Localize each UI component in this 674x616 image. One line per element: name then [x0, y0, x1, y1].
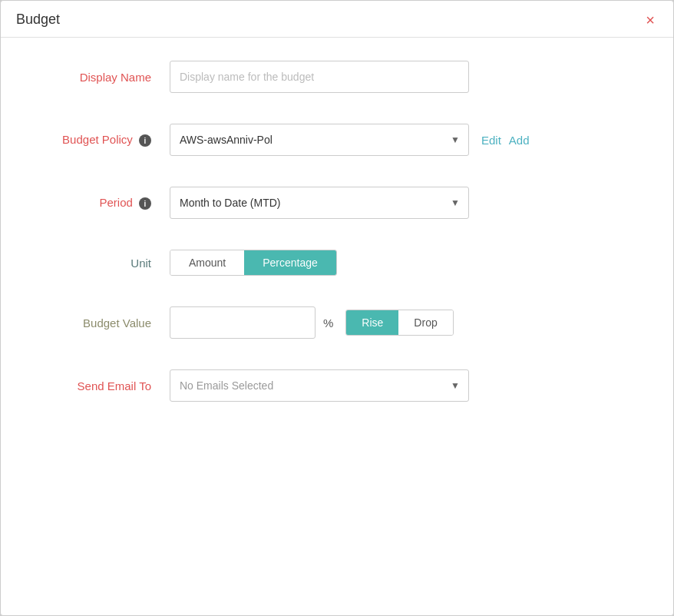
unit-label: Unit: [47, 257, 170, 270]
unit-toggle: Amount Percentage: [170, 250, 337, 276]
unit-row: Unit Amount Percentage: [47, 250, 627, 276]
budget-value-label: Budget Value: [47, 316, 170, 330]
edit-add-links: Edit Add: [481, 134, 530, 147]
period-select[interactable]: Month to Date (MTD): [170, 187, 469, 219]
period-row: Period i Month to Date (MTD) ▼: [47, 187, 627, 219]
budget-value-row: Budget Value % Rise Drop: [47, 306, 627, 339]
budget-value-control: % Rise Drop: [170, 306, 627, 339]
unit-percentage-button[interactable]: Percentage: [244, 250, 336, 275]
email-select-wrapper: No Emails Selected ▼: [170, 369, 469, 402]
budget-dialog: Budget × Display Name Budget Policy i AW…: [0, 0, 674, 616]
budget-policy-row: Budget Policy i AWS-awsAnniv-Pol ▼ Edit …: [47, 124, 627, 156]
dialog-title: Budget: [16, 12, 60, 28]
send-email-control: No Emails Selected ▼: [170, 369, 627, 402]
drop-button[interactable]: Drop: [398, 310, 452, 335]
budget-policy-info-icon: i: [139, 134, 151, 147]
add-policy-button[interactable]: Add: [509, 134, 530, 147]
dialog-body: Display Name Budget Policy i AWS-awsAnni…: [1, 38, 673, 463]
period-select-wrapper: Month to Date (MTD) ▼: [170, 187, 469, 219]
display-name-row: Display Name: [47, 61, 627, 93]
unit-control: Amount Percentage: [170, 250, 627, 276]
budget-policy-control: AWS-awsAnniv-Pol ▼ Edit Add: [170, 124, 627, 156]
display-name-control: [170, 61, 627, 93]
send-email-label: Send Email To: [47, 379, 170, 392]
budget-policy-select[interactable]: AWS-awsAnniv-Pol: [170, 124, 469, 156]
period-info-icon: i: [139, 197, 151, 210]
budget-value-area: % Rise Drop: [170, 306, 454, 339]
close-button[interactable]: ×: [643, 12, 658, 28]
dialog-header: Budget ×: [1, 1, 673, 38]
edit-policy-button[interactable]: Edit: [481, 134, 501, 147]
rise-button[interactable]: Rise: [346, 310, 398, 335]
unit-amount-button[interactable]: Amount: [170, 250, 244, 275]
display-name-label: Display Name: [47, 71, 170, 84]
percent-sign: %: [323, 316, 333, 330]
display-name-input[interactable]: [170, 61, 469, 93]
budget-policy-label: Budget Policy i: [47, 133, 170, 147]
rise-drop-toggle: Rise Drop: [345, 310, 453, 336]
send-email-row: Send Email To No Emails Selected ▼: [47, 369, 627, 402]
send-email-select[interactable]: No Emails Selected: [170, 369, 469, 402]
period-label: Period i: [47, 196, 170, 210]
budget-value-input[interactable]: [170, 306, 316, 339]
budget-policy-select-wrapper: AWS-awsAnniv-Pol ▼: [170, 124, 469, 156]
period-control: Month to Date (MTD) ▼: [170, 187, 627, 219]
